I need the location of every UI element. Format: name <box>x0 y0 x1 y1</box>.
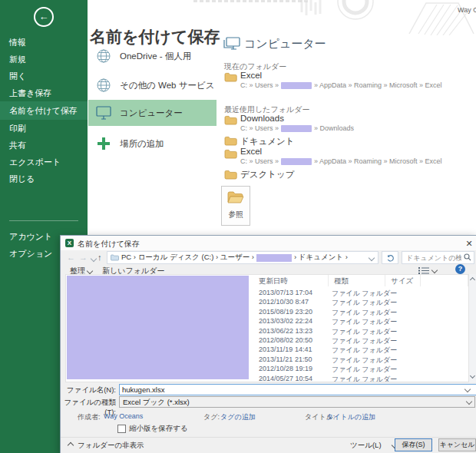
sidebar-item[interactable]: 閉じる <box>0 170 88 187</box>
hide-folders-button[interactable]: フォルダーの非表示 <box>68 441 144 451</box>
recent-folder-name[interactable]: ドキュメント <box>240 136 295 147</box>
location-icon <box>111 254 119 261</box>
place-label: コンピューター <box>120 107 183 119</box>
up-nav-icon[interactable]: ↑ <box>98 253 102 262</box>
file-modified: 2013/11/21 21:50 <box>259 355 312 363</box>
place-add[interactable]: 場所の追加 <box>88 131 217 157</box>
excel-file-icon: X <box>65 239 74 247</box>
account-name: Way Oceans <box>458 6 476 14</box>
tools-label: ツール(L) <box>350 441 382 449</box>
tools-menu[interactable]: ツール(L) <box>350 441 397 451</box>
breadcrumb-chevron-icon[interactable] <box>369 254 375 260</box>
title-add-link[interactable]: タイトルの追加 <box>326 412 375 422</box>
search-input[interactable] <box>405 253 463 263</box>
browse-label: 参照 <box>222 210 250 220</box>
author-value[interactable]: Way Oceans <box>104 412 143 420</box>
column-header-type[interactable]: 種類 <box>329 275 385 286</box>
sidebar-item[interactable]: 開く <box>0 68 88 84</box>
cancel-button[interactable]: キャンセル <box>438 438 476 451</box>
dialog-titlebar[interactable]: X 名前を付けて保存 ✕ <box>61 236 476 250</box>
recent-folder-name[interactable]: デスクトップ <box>240 169 295 180</box>
sidebar-item[interactable]: 新規 <box>0 51 88 68</box>
place-computer[interactable]: コンピューター <box>88 100 217 126</box>
file-modified: 2012/08/02 20:50 <box>259 336 312 344</box>
back-button[interactable]: ← <box>34 7 54 27</box>
sidebar-item[interactable]: 印刷 <box>0 120 88 137</box>
scrollbar[interactable] <box>469 274 476 382</box>
scroll-down-icon[interactable] <box>470 373 475 379</box>
sidebar-item-label: オプション <box>9 249 52 258</box>
place-label: 場所の追加 <box>120 138 164 150</box>
back-arrow-icon: ← <box>39 11 49 22</box>
folder-icon <box>224 149 237 159</box>
path-prefix: C: » Users » <box>240 124 279 132</box>
browse-button[interactable]: 参照 <box>221 186 250 226</box>
address-breadcrumb[interactable]: PC › ローカル ディスク (C:) › ユーザー › › ドキュメント › <box>107 251 378 264</box>
dialog-title: 名前を付けて保存 <box>78 239 140 250</box>
save-as-dialog: X 名前を付けて保存 ✕ ← → ↑ PC › ローカル ディスク (C:) ›… <box>60 235 476 453</box>
recent-folder-path: C: » Users »» AppData » Roaming » Micros… <box>240 157 442 165</box>
sidebar-item-label: 情報 <box>9 38 26 47</box>
sidebar-item-label: 印刷 <box>9 124 26 133</box>
recent-locations-chevron-icon[interactable] <box>91 256 97 262</box>
tags-add-link[interactable]: タグの追加 <box>220 412 256 422</box>
file-list: 更新日時 種類 サイズ 2013/07/13 17:04 ファイル フォルダー … <box>65 274 469 382</box>
refresh-button[interactable] <box>382 251 398 264</box>
place-label: その他の Web サービス <box>120 80 214 91</box>
place-onedrive[interactable]: OneDrive - 個人用 <box>88 43 217 69</box>
recent-folder-name[interactable]: Excel <box>240 147 262 156</box>
breadcrumb-path: › ドキュメント › <box>294 253 348 263</box>
file-type: ファイル フォルダー <box>332 375 397 382</box>
sidebar-item[interactable]: エクスポート <box>0 154 88 170</box>
sidebar-item[interactable]: 名前を付けて保存 <box>0 101 88 120</box>
search-field[interactable] <box>402 251 474 264</box>
file-modified: 2013/11/19 14:41 <box>259 346 312 353</box>
sidebar-item-label: 新規 <box>9 55 26 64</box>
current-folder-name[interactable]: Excel <box>240 71 262 80</box>
sidebar-item[interactable]: 情報 <box>0 34 88 51</box>
hide-folders-label: フォルダーの非表示 <box>78 441 144 449</box>
back-nav-icon[interactable]: ← <box>67 253 75 262</box>
file-type: ファイル フォルダー <box>332 346 397 355</box>
filename-label: ファイル名(N): <box>61 385 116 395</box>
folder-icon <box>224 136 237 146</box>
file-modified: 2013/06/22 13:23 <box>259 327 312 335</box>
refresh-icon <box>386 254 395 263</box>
close-icon[interactable]: ✕ <box>463 238 475 249</box>
sidebar-item-label: 名前を付けて保存 <box>9 106 78 115</box>
file-modified: 2012/10/28 19:19 <box>259 365 312 372</box>
file-type: ファイル フォルダー <box>332 327 397 337</box>
chevron-up-icon <box>68 442 74 448</box>
column-header-size[interactable]: サイズ <box>385 275 421 286</box>
file-type: ファイル フォルダー <box>332 308 397 318</box>
sidebar-item[interactable]: 上書き保存 <box>0 84 88 101</box>
plus-icon <box>94 135 113 152</box>
folder-icon <box>224 72 237 82</box>
recent-folder-name[interactable]: Downloads <box>240 114 284 123</box>
sidebar-divider <box>9 220 78 221</box>
scroll-up-icon[interactable] <box>470 277 475 283</box>
column-header-modified[interactable]: 更新日時 <box>253 275 329 286</box>
globe-icon <box>94 48 113 64</box>
recent-folder-path: C: » Users »» Downloads <box>240 124 354 132</box>
search-icon <box>464 253 471 261</box>
globe-icon <box>94 77 113 94</box>
file-type: ファイル フォルダー <box>332 336 397 346</box>
panel-heading: コンピューター <box>244 37 326 51</box>
place-label: OneDrive - 個人用 <box>120 51 191 62</box>
filetype-select[interactable]: Excel ブック (*.xlsx) <box>119 396 475 408</box>
save-button[interactable]: 保存(S) <box>395 438 432 451</box>
filename-input[interactable] <box>119 384 476 395</box>
file-modified: 2015/08/19 23:20 <box>259 308 312 316</box>
save-thumbnail-label: 縮小版を保存する <box>129 424 188 434</box>
help-icon[interactable]: ? <box>455 264 465 274</box>
place-web-services[interactable]: その他の Web サービス <box>88 72 217 98</box>
forward-nav-icon[interactable]: → <box>79 253 88 262</box>
column-header-extra[interactable] <box>421 275 468 286</box>
redacted-file-names <box>67 276 249 379</box>
sidebar-item[interactable]: 共有 <box>0 137 88 154</box>
breadcrumb-path: PC › ローカル ディスク (C:) › ユーザー › <box>121 253 254 263</box>
save-thumbnail-checkbox[interactable] <box>117 425 126 433</box>
sidebar-item-label: アカウント <box>9 232 52 241</box>
chevron-down-icon <box>431 267 438 273</box>
